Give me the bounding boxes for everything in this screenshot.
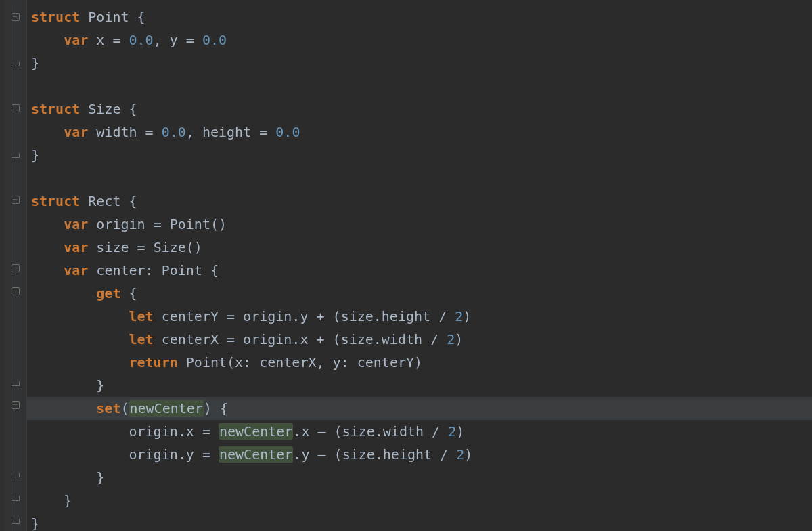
code-line[interactable]: var origin = Point() [27,213,812,236]
code-line[interactable]: struct Size { [27,98,812,121]
fold-end-icon [12,381,20,386]
code-line[interactable]: get { [27,282,812,305]
code-line[interactable]: } [27,374,812,397]
fold-end-icon [12,519,20,524]
code-line[interactable]: return Point(x: centerX, y: centerY) [27,351,812,374]
code-line[interactable]: } [27,466,812,489]
code-line[interactable]: var size = Size() [27,236,812,259]
fold-end-icon [12,153,20,158]
code-line-current[interactable]: set(newCenter) { [27,397,812,420]
code-line[interactable]: } [27,144,812,167]
fold-toggle-icon[interactable] [12,104,20,112]
code-line[interactable]: } [27,51,812,75]
fold-gutter[interactable] [4,0,27,531]
fold-end-icon [12,496,20,501]
code-line[interactable]: struct Rect { [27,190,812,213]
fold-end-icon [12,473,20,477]
identifier-highlight: newCenter [129,400,204,417]
code-area[interactable]: struct Point { var x = 0.0, y = 0.0 } st… [27,0,812,531]
type-name: Point [88,9,129,25]
code-line[interactable]: let centerX = origin.x + (size.width / 2… [27,328,812,351]
code-editor: struct Point { var x = 0.0, y = 0.0 } st… [0,0,812,531]
code-line[interactable]: origin.x = newCenter.x – (size.width / 2… [27,420,812,443]
identifier-highlight: newCenter [219,423,293,440]
code-line[interactable] [27,167,812,190]
fold-toggle-icon[interactable] [12,196,20,204]
code-line[interactable] [27,75,812,98]
code-line[interactable]: let centerY = origin.y + (size.height / … [27,305,812,328]
keyword: struct [31,9,80,25]
code-line[interactable]: var center: Point { [27,259,812,282]
code-line[interactable]: var x = 0.0, y = 0.0 [27,28,812,51]
fold-toggle-icon[interactable] [12,13,20,21]
fold-toggle-icon[interactable] [12,287,20,295]
code-line[interactable]: var width = 0.0, height = 0.0 [27,121,812,144]
fold-end-icon [12,62,20,66]
identifier-highlight: newCenter [219,446,293,463]
code-line[interactable]: } [27,489,812,512]
code-line[interactable]: origin.y = newCenter.y – (size.height / … [27,443,812,466]
fold-toggle-icon[interactable] [12,401,20,409]
code-line[interactable]: } [27,512,812,531]
code-line[interactable]: struct Point { [27,5,812,28]
fold-toggle-icon[interactable] [12,264,20,272]
